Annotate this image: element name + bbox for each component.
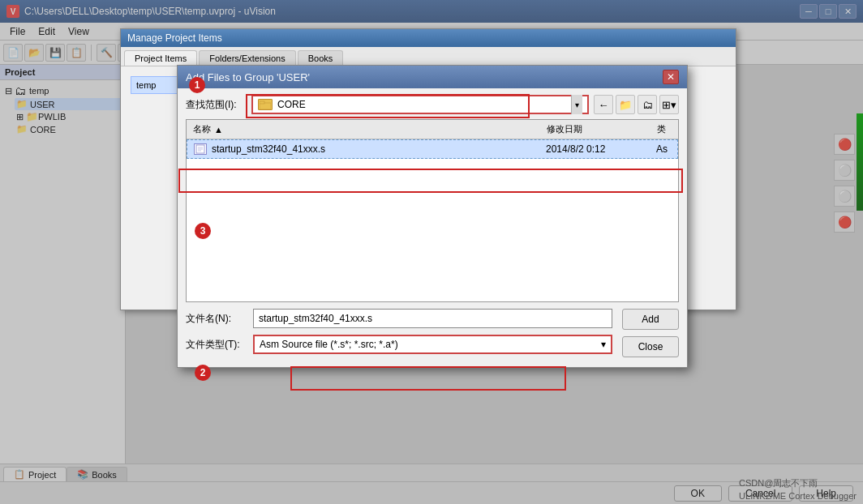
add-files-title-bar: Add Files to Group 'USER' ✕ <box>178 66 687 88</box>
location-label: 查找范围(I): <box>186 98 247 112</box>
close-button[interactable]: Close <box>622 336 679 357</box>
add-files-close-button[interactable]: ✕ <box>663 70 679 84</box>
file-list-container: 名称 ▲ 修改日期 类 <box>186 119 679 302</box>
file-list-header: 名称 ▲ 修改日期 类 <box>187 120 678 139</box>
nav-new-folder-button[interactable]: 🗂 <box>638 95 657 114</box>
badge-3: 3 <box>195 223 211 239</box>
col-date[interactable]: 修改日期 <box>540 122 654 137</box>
location-value: CORE <box>277 99 306 110</box>
manage-dialog-title: Manage Project Items <box>121 29 736 47</box>
filetype-select[interactable]: Asm Source file (*.s*; *.src; *.a*) ▾ <box>253 335 612 354</box>
location-combo[interactable]: CORE ▾ <box>251 95 589 114</box>
nav-view-button[interactable]: ⊞▾ <box>659 95 679 114</box>
file-date-0: 2014/8/2 0:12 <box>539 142 653 156</box>
app-window: V C:\Users\DELL\Desktop\temp\USER\temp.u… <box>0 0 863 504</box>
filetype-label: 文件类型(T): <box>186 338 247 352</box>
action-buttons: Add Close <box>622 309 679 361</box>
file-list-body: startup_stm32f40_41xxx.s 2014/8/2 0:12 A… <box>187 139 678 301</box>
file-name-0: startup_stm32f40_41xxx.s <box>187 142 539 156</box>
nav-back-button[interactable]: ← <box>594 95 613 114</box>
manage-tabs: Project Items Folders/Extensions Books <box>121 47 736 66</box>
col-type: 类 <box>654 122 678 137</box>
file-name-text-0: startup_stm32f40_41xxx.s <box>212 143 325 155</box>
file-type-0: As <box>653 142 677 156</box>
filetype-value: Asm Source file (*.s*; *.src; *.a*) <box>260 339 398 350</box>
manage-tab-books[interactable]: Books <box>298 50 344 66</box>
badge-1: 1 <box>189 77 205 93</box>
sort-arrow: ▲ <box>214 125 223 135</box>
col-name[interactable]: 名称 ▲ <box>187 122 540 137</box>
add-files-dialog: Add Files to Group 'USER' ✕ 查找范围(I): COR… <box>177 65 688 368</box>
filename-input[interactable] <box>253 309 612 328</box>
folder-yellow-icon <box>258 99 273 110</box>
file-icon-0 <box>194 143 207 155</box>
svg-rect-1 <box>260 101 264 104</box>
filetype-arrow: ▾ <box>601 339 606 350</box>
nav-up-button[interactable]: 📁 <box>616 95 635 114</box>
manage-tab-folders[interactable]: Folders/Extensions <box>199 50 296 66</box>
filename-label: 文件名(N): <box>186 312 247 326</box>
badge-2: 2 <box>195 365 211 381</box>
location-combo-arrow[interactable]: ▾ <box>571 95 582 114</box>
location-row: 查找范围(I): CORE ▾ ← 📁 🗂 ⊞▾ <box>178 88 687 119</box>
file-row-0[interactable]: startup_stm32f40_41xxx.s 2014/8/2 0:12 A… <box>187 139 678 159</box>
form-area: 文件名(N): 文件类型(T): Asm Source file (*.s*; … <box>186 309 612 361</box>
filename-row: 文件名(N): <box>186 309 612 328</box>
filetype-row: 文件类型(T): Asm Source file (*.s*; *.src; *… <box>186 335 612 354</box>
form-and-buttons: 文件名(N): 文件类型(T): Asm Source file (*.s*; … <box>178 302 687 367</box>
location-combo-inner: CORE <box>258 99 571 110</box>
location-toolbar: ← 📁 🗂 ⊞▾ <box>594 95 679 114</box>
add-button[interactable]: Add <box>622 309 679 330</box>
manage-tab-project-items[interactable]: Project Items <box>124 50 197 66</box>
